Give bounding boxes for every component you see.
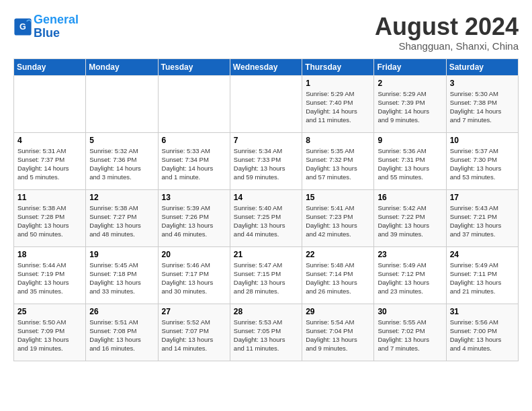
- calendar-cell: 3Sunrise: 5:30 AM Sunset: 7:38 PM Daylig…: [446, 75, 518, 132]
- day-number: 18: [17, 250, 82, 259]
- calendar-table: SundayMondayTuesdayWednesdayThursdayFrid…: [13, 58, 519, 361]
- calendar-cell: [230, 75, 302, 132]
- calendar-cell: 9Sunrise: 5:36 AM Sunset: 7:31 PM Daylig…: [374, 132, 446, 189]
- calendar-cell: 19Sunrise: 5:45 AM Sunset: 7:18 PM Dayli…: [86, 246, 158, 304]
- logo-icon: G: [13, 17, 32, 36]
- day-info: Sunrise: 5:56 AM Sunset: 7:00 PM Dayligh…: [450, 318, 515, 353]
- day-number: 31: [450, 307, 515, 316]
- day-number: 7: [234, 136, 298, 145]
- day-number: 4: [17, 136, 82, 145]
- day-number: 27: [162, 307, 226, 316]
- calendar-cell: 21Sunrise: 5:47 AM Sunset: 7:15 PM Dayli…: [230, 246, 302, 304]
- day-number: 22: [306, 250, 370, 259]
- day-info: Sunrise: 5:37 AM Sunset: 7:30 PM Dayligh…: [450, 146, 515, 182]
- day-number: 19: [89, 250, 154, 259]
- weekday-header-tuesday: Tuesday: [158, 58, 230, 75]
- weekday-header-sunday: Sunday: [14, 58, 86, 75]
- day-number: 30: [378, 307, 442, 316]
- calendar-cell: 6Sunrise: 5:33 AM Sunset: 7:34 PM Daylig…: [158, 132, 230, 189]
- weekday-header-friday: Friday: [374, 58, 446, 75]
- day-info: Sunrise: 5:41 AM Sunset: 7:23 PM Dayligh…: [306, 203, 370, 239]
- day-info: Sunrise: 5:44 AM Sunset: 7:19 PM Dayligh…: [17, 261, 82, 296]
- day-number: 25: [17, 307, 82, 316]
- day-info: Sunrise: 5:43 AM Sunset: 7:21 PM Dayligh…: [450, 203, 515, 239]
- day-info: Sunrise: 5:38 AM Sunset: 7:27 PM Dayligh…: [89, 203, 154, 239]
- calendar-cell: 17Sunrise: 5:43 AM Sunset: 7:21 PM Dayli…: [446, 189, 518, 246]
- day-number: 23: [378, 250, 442, 259]
- calendar-cell: 4Sunrise: 5:31 AM Sunset: 7:37 PM Daylig…: [14, 132, 86, 189]
- day-number: 14: [234, 193, 298, 202]
- day-number: 28: [234, 307, 298, 316]
- calendar-cell: 23Sunrise: 5:49 AM Sunset: 7:12 PM Dayli…: [374, 246, 446, 304]
- day-info: Sunrise: 5:29 AM Sunset: 7:39 PM Dayligh…: [378, 89, 442, 125]
- calendar-cell: 13Sunrise: 5:39 AM Sunset: 7:26 PM Dayli…: [158, 189, 230, 246]
- weekday-header-monday: Monday: [86, 58, 158, 75]
- calendar-cell: 27Sunrise: 5:52 AM Sunset: 7:07 PM Dayli…: [158, 304, 230, 361]
- weekday-header-row: SundayMondayTuesdayWednesdayThursdayFrid…: [14, 58, 519, 75]
- weekday-header-wednesday: Wednesday: [230, 58, 302, 75]
- calendar-cell: 5Sunrise: 5:32 AM Sunset: 7:36 PM Daylig…: [86, 132, 158, 189]
- calendar-cell: 16Sunrise: 5:42 AM Sunset: 7:22 PM Dayli…: [374, 189, 446, 246]
- calendar-cell: 31Sunrise: 5:56 AM Sunset: 7:00 PM Dayli…: [446, 304, 518, 361]
- day-number: 20: [162, 250, 226, 259]
- day-info: Sunrise: 5:48 AM Sunset: 7:14 PM Dayligh…: [306, 261, 370, 296]
- title-area: August 2024 Shangguan, Shanxi, China: [375, 13, 519, 52]
- week-row-3: 11Sunrise: 5:38 AM Sunset: 7:28 PM Dayli…: [14, 189, 519, 246]
- day-number: 5: [89, 136, 154, 145]
- calendar-cell: 20Sunrise: 5:46 AM Sunset: 7:17 PM Dayli…: [158, 246, 230, 304]
- calendar-header: SundayMondayTuesdayWednesdayThursdayFrid…: [14, 58, 519, 75]
- header: G General Blue August 2024 Shangguan, Sh…: [13, 13, 519, 52]
- weekday-header-thursday: Thursday: [302, 58, 374, 75]
- day-number: 21: [234, 250, 298, 259]
- day-number: 6: [162, 136, 226, 145]
- day-info: Sunrise: 5:45 AM Sunset: 7:18 PM Dayligh…: [89, 261, 154, 296]
- day-info: Sunrise: 5:49 AM Sunset: 7:12 PM Dayligh…: [378, 261, 442, 296]
- logo-line1: General: [34, 13, 79, 26]
- calendar-cell: 18Sunrise: 5:44 AM Sunset: 7:19 PM Dayli…: [14, 246, 86, 304]
- day-info: Sunrise: 5:49 AM Sunset: 7:11 PM Dayligh…: [450, 261, 515, 296]
- subtitle: Shangguan, Shanxi, China: [375, 40, 519, 52]
- day-info: Sunrise: 5:52 AM Sunset: 7:07 PM Dayligh…: [162, 318, 226, 353]
- day-info: Sunrise: 5:38 AM Sunset: 7:28 PM Dayligh…: [17, 203, 82, 239]
- day-number: 16: [378, 193, 442, 202]
- calendar-cell: 14Sunrise: 5:40 AM Sunset: 7:25 PM Dayli…: [230, 189, 302, 246]
- weekday-header-saturday: Saturday: [446, 58, 518, 75]
- calendar-cell: 28Sunrise: 5:53 AM Sunset: 7:05 PM Dayli…: [230, 304, 302, 361]
- calendar-cell: [14, 75, 86, 132]
- day-info: Sunrise: 5:35 AM Sunset: 7:32 PM Dayligh…: [306, 146, 370, 182]
- day-info: Sunrise: 5:39 AM Sunset: 7:26 PM Dayligh…: [162, 203, 226, 239]
- calendar-cell: 15Sunrise: 5:41 AM Sunset: 7:23 PM Dayli…: [302, 189, 374, 246]
- logo-line2: Blue: [34, 26, 60, 40]
- calendar-cell: 8Sunrise: 5:35 AM Sunset: 7:32 PM Daylig…: [302, 132, 374, 189]
- calendar-cell: 10Sunrise: 5:37 AM Sunset: 7:30 PM Dayli…: [446, 132, 518, 189]
- day-info: Sunrise: 5:53 AM Sunset: 7:05 PM Dayligh…: [234, 318, 298, 353]
- day-number: 13: [162, 193, 226, 202]
- logo-text: General Blue: [34, 13, 79, 40]
- day-number: 8: [306, 136, 370, 145]
- day-number: 12: [89, 193, 154, 202]
- day-info: Sunrise: 5:36 AM Sunset: 7:31 PM Dayligh…: [378, 146, 442, 182]
- day-number: 15: [306, 193, 370, 202]
- day-number: 10: [450, 136, 515, 145]
- day-info: Sunrise: 5:40 AM Sunset: 7:25 PM Dayligh…: [234, 203, 298, 239]
- day-number: 17: [450, 193, 515, 202]
- day-number: 2: [378, 79, 442, 88]
- week-row-2: 4Sunrise: 5:31 AM Sunset: 7:37 PM Daylig…: [14, 132, 519, 189]
- day-info: Sunrise: 5:32 AM Sunset: 7:36 PM Dayligh…: [89, 146, 154, 182]
- day-number: 26: [89, 307, 154, 316]
- calendar-cell: 26Sunrise: 5:51 AM Sunset: 7:08 PM Dayli…: [86, 304, 158, 361]
- week-row-1: 1Sunrise: 5:29 AM Sunset: 7:40 PM Daylig…: [14, 75, 519, 132]
- day-info: Sunrise: 5:30 AM Sunset: 7:38 PM Dayligh…: [450, 89, 515, 125]
- calendar-cell: 7Sunrise: 5:34 AM Sunset: 7:33 PM Daylig…: [230, 132, 302, 189]
- day-info: Sunrise: 5:34 AM Sunset: 7:33 PM Dayligh…: [234, 146, 298, 182]
- day-info: Sunrise: 5:54 AM Sunset: 7:04 PM Dayligh…: [306, 318, 370, 353]
- day-number: 3: [450, 79, 515, 88]
- calendar-cell: 24Sunrise: 5:49 AM Sunset: 7:11 PM Dayli…: [446, 246, 518, 304]
- month-title: August 2024: [375, 13, 519, 40]
- day-info: Sunrise: 5:50 AM Sunset: 7:09 PM Dayligh…: [17, 318, 82, 353]
- day-number: 9: [378, 136, 442, 145]
- day-info: Sunrise: 5:47 AM Sunset: 7:15 PM Dayligh…: [234, 261, 298, 296]
- day-number: 29: [306, 307, 370, 316]
- day-info: Sunrise: 5:42 AM Sunset: 7:22 PM Dayligh…: [378, 203, 442, 239]
- calendar-cell: 30Sunrise: 5:55 AM Sunset: 7:02 PM Dayli…: [374, 304, 446, 361]
